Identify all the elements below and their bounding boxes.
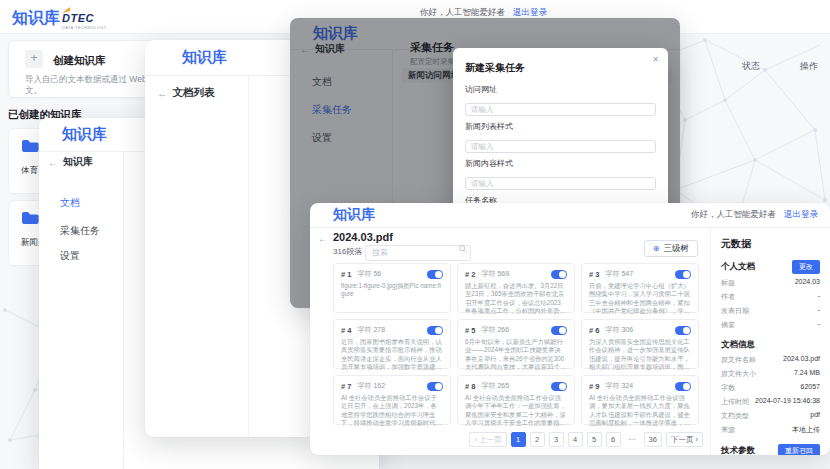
- dtec-logo: DTEC DATA TECHNOLOGY: [62, 9, 107, 30]
- recall-button[interactable]: 重新召回: [778, 444, 820, 455]
- meta-value: pdf: [810, 411, 820, 421]
- segment-toggle[interactable]: [551, 326, 567, 335]
- segment-card[interactable]: # 9字符 324 AI 全社会动员全面推动工作会议强调，要加大基层一线投入力度…: [581, 375, 699, 425]
- meta-row: 字数62057: [721, 383, 820, 393]
- meta-row: 文档类型pdf: [721, 411, 820, 421]
- meta-value: 2024-07-19 15:46:38: [755, 397, 820, 407]
- news-list-style-input[interactable]: [465, 140, 656, 153]
- meta-row: 作者-: [721, 292, 820, 302]
- segment-toggle[interactable]: [427, 326, 443, 335]
- search-box: [365, 241, 471, 257]
- segment-number: # 2: [465, 270, 475, 279]
- tree-view-button[interactable]: ⊕ 三级树: [644, 240, 698, 257]
- meta-label: 发表日期: [721, 306, 749, 316]
- modal-title: 新建采集任务: [465, 62, 525, 73]
- next-page-button[interactable]: 下一页 ›: [666, 432, 703, 447]
- search-input[interactable]: [365, 245, 471, 261]
- meta-row: 发表日期-: [721, 306, 820, 316]
- page-4-button[interactable]: 4: [568, 432, 583, 447]
- segment-number: # 3: [589, 270, 599, 279]
- section-title: 文档信息: [721, 339, 755, 351]
- section-title: 技术参数: [721, 445, 755, 455]
- meta-value: -: [818, 320, 820, 330]
- back-label: 知识库: [63, 155, 93, 169]
- back-document-list[interactable]: ← 文档列表: [157, 86, 215, 100]
- dtec-arrow-icon: [60, 6, 72, 14]
- segment-card[interactable]: # 8字符 265 AI 全社会动员全面推动工作会议强调今年下半年工作：一是加强…: [457, 375, 575, 425]
- segment-number: # 6: [589, 326, 599, 335]
- segment-toggle[interactable]: [675, 270, 691, 279]
- window-document-detail: 知识库 你好，人工智能爱好者 退出登录 ← 2024.03.pdf 316段落 …: [310, 203, 830, 455]
- segment-charcount: 字符 162: [357, 381, 385, 391]
- segment-card[interactable]: # 4字符 278 近日，国家图书馆发布有关说明，认真贯彻落实重要指示批示精神，…: [333, 319, 451, 369]
- pagination-ellipsis: ···: [625, 432, 640, 447]
- meta-label: 标题: [721, 278, 735, 288]
- page-last-button[interactable]: 36: [644, 432, 662, 447]
- meta-label: 原文件大小: [721, 369, 756, 379]
- meta-row: 上传时间2024-07-19 15:46:38: [721, 397, 820, 407]
- segment-text: AI 全社会动员全面推动工作会议强调，要加大基层一线投入力度，聚焦人才队伍建设和…: [589, 394, 691, 427]
- segment-charcount: 字符 324: [605, 381, 633, 391]
- segment-toggle[interactable]: [427, 270, 443, 279]
- back-arrow-icon[interactable]: ←: [318, 233, 328, 244]
- meta-value: 7.24 MB: [794, 369, 820, 379]
- segment-toggle[interactable]: [427, 382, 443, 391]
- window-title: 知识库: [182, 48, 227, 67]
- segment-charcount: 字符 306: [605, 325, 633, 335]
- segment-number: # 5: [465, 326, 475, 335]
- field-visit-url: 访问网址: [465, 84, 656, 116]
- segment-number: # 9: [589, 382, 599, 391]
- segment-toggle[interactable]: [551, 270, 567, 279]
- segment-card[interactable]: # 1字符 56 figure:1-figure-0.jpg|插图Pic nam…: [333, 263, 451, 313]
- segment-toggle[interactable]: [675, 382, 691, 391]
- prev-page-button[interactable]: ‹ 上一页: [469, 432, 506, 447]
- app-logo: 知识库: [12, 8, 60, 29]
- sidebar-item-collection-tasks[interactable]: 采集任务: [60, 224, 100, 238]
- page-2-button[interactable]: 2: [530, 432, 545, 447]
- meta-value: -: [818, 292, 820, 302]
- segment-grid: # 1字符 56 figure:1-figure-0.jpg|插图Pic nam…: [333, 263, 699, 425]
- segment-number: # 7: [341, 382, 351, 391]
- segment-toggle[interactable]: [675, 326, 691, 335]
- sidebar-item-settings[interactable]: 设置: [60, 249, 80, 263]
- meta-value: -: [818, 306, 820, 316]
- meta-label: 作者: [721, 292, 735, 302]
- meta-row: 来源本地上传: [721, 425, 820, 435]
- segment-charcount: 字符 278: [357, 325, 385, 335]
- metadata-sidebar: 元数据 个人文档 更改 标题2024.03 作者- 发表日期- 摘要- 文档信息…: [710, 228, 830, 455]
- user-bar: 你好，人工智能爱好者 退出登录: [691, 209, 818, 221]
- meta-value: 62057: [801, 383, 820, 393]
- segment-card[interactable]: # 2字符 569 踏上新征程，奋进再出发。3月22日至23日，365家全国政协…: [457, 263, 575, 313]
- segment-card[interactable]: # 3字符 547 日前，党建理论学习中心组（扩大）围绕集中学习，深入学习贯彻二…: [581, 263, 699, 313]
- meta-value: 2024.03.pdf: [783, 355, 820, 365]
- edit-button[interactable]: 更改: [792, 260, 820, 274]
- segment-card[interactable]: # 5字符 266 6月中旬以来，以新质生产力赋能行业——2024年全国职工技能…: [457, 319, 575, 369]
- meta-row: 原文件名称2024.03.pdf: [721, 355, 820, 365]
- page-6-button[interactable]: 6: [606, 432, 621, 447]
- field-label: 新闻内容样式: [465, 158, 656, 169]
- segment-text: figure:1-figure-0.jpg|插图Pic name:figure: [341, 282, 443, 299]
- meta-value: 2024.03: [795, 278, 820, 288]
- segment-card[interactable]: # 6字符 306 为深入贯彻落实全国宣传思想文化工作会议精神，进一步加强基层宣…: [581, 319, 699, 369]
- back-knowledge-base[interactable]: ← 知识库: [48, 155, 93, 169]
- page-3-button[interactable]: 3: [549, 432, 564, 447]
- segment-charcount: 字符 569: [481, 269, 509, 279]
- tree-button-label: 三级树: [664, 243, 690, 255]
- page-1-button[interactable]: 1: [511, 432, 526, 447]
- sidebar-item-documents[interactable]: 文档: [60, 196, 80, 210]
- page-5-button[interactable]: 5: [587, 432, 602, 447]
- news-content-style-input[interactable]: [465, 177, 656, 190]
- segment-card[interactable]: # 7字符 162 AI 全社会动员全面推动工作会议于近日召开，会上强调，202…: [333, 375, 451, 425]
- personal-doc-section-header: 个人文档 更改: [721, 260, 820, 274]
- field-label: 新闻列表样式: [465, 121, 656, 132]
- segment-toggle[interactable]: [551, 382, 567, 391]
- visit-url-input[interactable]: [465, 103, 656, 116]
- plus-icon: +: [25, 50, 43, 68]
- meta-row: 标题2024.03: [721, 278, 820, 288]
- meta-label: 摘要: [721, 320, 735, 330]
- logout-link[interactable]: 退出登录: [784, 209, 818, 221]
- close-icon[interactable]: ✕: [652, 55, 659, 64]
- background-action-column: 操作: [800, 60, 818, 73]
- meta-row: 原文件大小7.24 MB: [721, 369, 820, 379]
- meta-value: 本地上传: [792, 425, 820, 435]
